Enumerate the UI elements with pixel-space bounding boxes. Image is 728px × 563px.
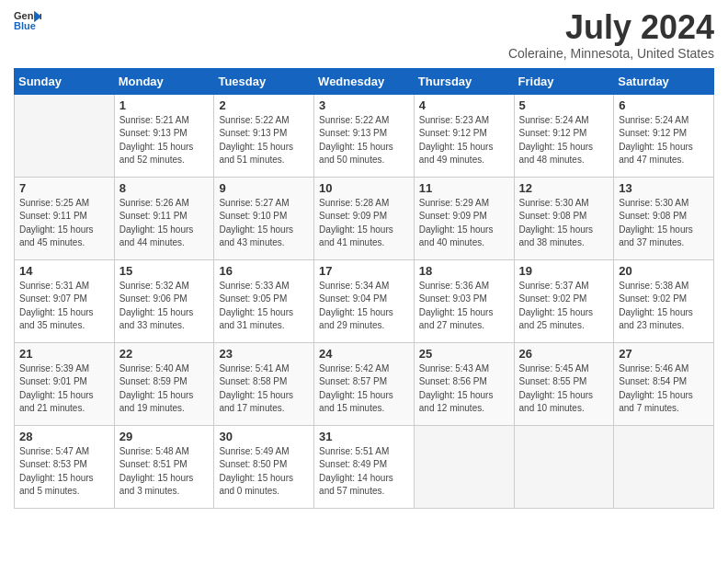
cell-info: Sunrise: 5:43 AM Sunset: 8:56 PM Dayligh… (419, 362, 509, 416)
calendar-cell: 2Sunrise: 5:22 AM Sunset: 9:13 PM Daylig… (214, 94, 314, 177)
day-number: 28 (19, 430, 109, 443)
calendar-cell: 27Sunrise: 5:46 AM Sunset: 8:54 PM Dayli… (614, 342, 714, 425)
day-number: 29 (119, 430, 210, 443)
week-row-3: 14Sunrise: 5:31 AM Sunset: 9:07 PM Dayli… (15, 259, 714, 342)
calendar-cell: 16Sunrise: 5:33 AM Sunset: 9:05 PM Dayli… (214, 259, 314, 342)
cell-info: Sunrise: 5:31 AM Sunset: 9:07 PM Dayligh… (19, 280, 109, 333)
calendar-cell: 5Sunrise: 5:24 AM Sunset: 9:12 PM Daylig… (514, 94, 614, 177)
cell-info: Sunrise: 5:30 AM Sunset: 9:08 PM Dayligh… (619, 197, 709, 250)
day-number: 22 (119, 347, 210, 361)
calendar-cell: 9Sunrise: 5:27 AM Sunset: 9:10 PM Daylig… (214, 177, 314, 259)
calendar-cell: 28Sunrise: 5:47 AM Sunset: 8:53 PM Dayli… (15, 425, 115, 508)
cell-info: Sunrise: 5:39 AM Sunset: 9:01 PM Dayligh… (19, 362, 109, 416)
header-cell-wednesday: Wednesday (314, 68, 415, 94)
calendar-cell: 23Sunrise: 5:41 AM Sunset: 8:58 PM Dayli… (214, 342, 314, 425)
header-cell-friday: Friday (514, 68, 614, 94)
location-title: Coleraine, Minnesota, United States (508, 46, 714, 61)
day-number: 19 (519, 264, 609, 278)
cell-info: Sunrise: 5:45 AM Sunset: 8:55 PM Dayligh… (519, 362, 609, 416)
day-number: 27 (619, 347, 709, 361)
day-number: 21 (19, 347, 109, 361)
week-row-1: 1Sunrise: 5:21 AM Sunset: 9:13 PM Daylig… (15, 94, 714, 177)
day-number: 7 (19, 181, 109, 195)
day-number: 4 (419, 98, 509, 112)
cell-info: Sunrise: 5:40 AM Sunset: 8:59 PM Dayligh… (119, 362, 210, 416)
calendar-cell: 15Sunrise: 5:32 AM Sunset: 9:06 PM Dayli… (114, 259, 214, 342)
header-cell-tuesday: Tuesday (214, 68, 314, 94)
calendar-cell (15, 94, 115, 177)
cell-info: Sunrise: 5:36 AM Sunset: 9:03 PM Dayligh… (419, 280, 509, 333)
day-number: 12 (519, 181, 609, 195)
cell-info: Sunrise: 5:51 AM Sunset: 8:49 PM Dayligh… (319, 445, 409, 499)
cell-info: Sunrise: 5:38 AM Sunset: 9:02 PM Dayligh… (619, 280, 709, 333)
cell-info: Sunrise: 5:27 AM Sunset: 9:10 PM Dayligh… (219, 197, 309, 250)
calendar-cell: 14Sunrise: 5:31 AM Sunset: 9:07 PM Dayli… (15, 259, 115, 342)
header-cell-thursday: Thursday (414, 68, 514, 94)
day-number: 16 (219, 264, 309, 278)
day-number: 24 (319, 347, 409, 361)
day-number: 30 (219, 430, 309, 443)
week-row-4: 21Sunrise: 5:39 AM Sunset: 9:01 PM Dayli… (15, 342, 714, 425)
calendar-cell: 29Sunrise: 5:48 AM Sunset: 8:51 PM Dayli… (114, 425, 214, 508)
calendar-cell: 13Sunrise: 5:30 AM Sunset: 9:08 PM Dayli… (614, 177, 714, 259)
cell-info: Sunrise: 5:49 AM Sunset: 8:50 PM Dayligh… (219, 445, 309, 499)
calendar-cell: 1Sunrise: 5:21 AM Sunset: 9:13 PM Daylig… (114, 94, 214, 177)
day-number: 13 (619, 181, 709, 195)
day-number: 20 (619, 264, 709, 278)
calendar-cell: 30Sunrise: 5:49 AM Sunset: 8:50 PM Dayli… (214, 425, 314, 508)
day-number: 5 (519, 98, 609, 112)
cell-info: Sunrise: 5:23 AM Sunset: 9:12 PM Dayligh… (419, 114, 509, 167)
cell-info: Sunrise: 5:26 AM Sunset: 9:11 PM Dayligh… (119, 197, 210, 250)
day-number: 23 (219, 347, 309, 361)
cell-info: Sunrise: 5:33 AM Sunset: 9:05 PM Dayligh… (219, 280, 309, 333)
calendar-cell: 26Sunrise: 5:45 AM Sunset: 8:55 PM Dayli… (514, 342, 614, 425)
calendar-cell (514, 425, 614, 508)
cell-info: Sunrise: 5:30 AM Sunset: 9:08 PM Dayligh… (519, 197, 609, 250)
cell-info: Sunrise: 5:37 AM Sunset: 9:02 PM Dayligh… (519, 280, 609, 333)
cell-info: Sunrise: 5:28 AM Sunset: 9:09 PM Dayligh… (319, 197, 409, 250)
day-number: 26 (519, 347, 609, 361)
cell-info: Sunrise: 5:24 AM Sunset: 9:12 PM Dayligh… (619, 114, 709, 167)
cell-info: Sunrise: 5:32 AM Sunset: 9:06 PM Dayligh… (119, 280, 210, 333)
day-number: 8 (119, 181, 210, 195)
calendar-cell: 17Sunrise: 5:34 AM Sunset: 9:04 PM Dayli… (314, 259, 415, 342)
day-number: 1 (119, 98, 210, 112)
title-block: July 2024 Coleraine, Minnesota, United S… (508, 9, 714, 61)
day-number: 3 (319, 98, 409, 112)
svg-text:Blue: Blue (14, 20, 36, 31)
calendar-cell: 6Sunrise: 5:24 AM Sunset: 9:12 PM Daylig… (614, 94, 714, 177)
cell-info: Sunrise: 5:22 AM Sunset: 9:13 PM Dayligh… (319, 114, 409, 167)
cell-info: Sunrise: 5:48 AM Sunset: 8:51 PM Dayligh… (119, 445, 210, 499)
cell-info: Sunrise: 5:21 AM Sunset: 9:13 PM Dayligh… (119, 114, 210, 167)
cell-info: Sunrise: 5:47 AM Sunset: 8:53 PM Dayligh… (19, 445, 109, 499)
day-number: 10 (319, 181, 409, 195)
day-number: 15 (119, 264, 210, 278)
calendar-cell: 10Sunrise: 5:28 AM Sunset: 9:09 PM Dayli… (314, 177, 415, 259)
cell-info: Sunrise: 5:24 AM Sunset: 9:12 PM Dayligh… (519, 114, 609, 167)
day-number: 18 (419, 264, 509, 278)
calendar-cell: 21Sunrise: 5:39 AM Sunset: 9:01 PM Dayli… (15, 342, 115, 425)
day-number: 14 (19, 264, 109, 278)
cell-info: Sunrise: 5:22 AM Sunset: 9:13 PM Dayligh… (219, 114, 309, 167)
header-cell-saturday: Saturday (614, 68, 714, 94)
calendar-cell (614, 425, 714, 508)
header-cell-sunday: Sunday (15, 68, 115, 94)
cell-info: Sunrise: 5:29 AM Sunset: 9:09 PM Dayligh… (419, 197, 509, 250)
calendar-table: SundayMondayTuesdayWednesdayThursdayFrid… (14, 68, 714, 509)
cell-info: Sunrise: 5:42 AM Sunset: 8:57 PM Dayligh… (319, 362, 409, 416)
week-row-5: 28Sunrise: 5:47 AM Sunset: 8:53 PM Dayli… (15, 425, 714, 508)
day-number: 9 (219, 181, 309, 195)
logo-icon: General Blue (14, 9, 41, 31)
cell-info: Sunrise: 5:46 AM Sunset: 8:54 PM Dayligh… (619, 362, 709, 416)
calendar-cell: 31Sunrise: 5:51 AM Sunset: 8:49 PM Dayli… (314, 425, 415, 508)
cell-info: Sunrise: 5:41 AM Sunset: 8:58 PM Dayligh… (219, 362, 309, 416)
week-row-2: 7Sunrise: 5:25 AM Sunset: 9:11 PM Daylig… (15, 177, 714, 259)
cell-info: Sunrise: 5:34 AM Sunset: 9:04 PM Dayligh… (319, 280, 409, 333)
calendar-cell (414, 425, 514, 508)
calendar-cell: 8Sunrise: 5:26 AM Sunset: 9:11 PM Daylig… (114, 177, 214, 259)
logo: General Blue (14, 9, 41, 31)
month-title: July 2024 (508, 9, 714, 46)
calendar-cell: 3Sunrise: 5:22 AM Sunset: 9:13 PM Daylig… (314, 94, 415, 177)
calendar-cell: 18Sunrise: 5:36 AM Sunset: 9:03 PM Dayli… (414, 259, 514, 342)
calendar-header-row: SundayMondayTuesdayWednesdayThursdayFrid… (15, 68, 714, 94)
